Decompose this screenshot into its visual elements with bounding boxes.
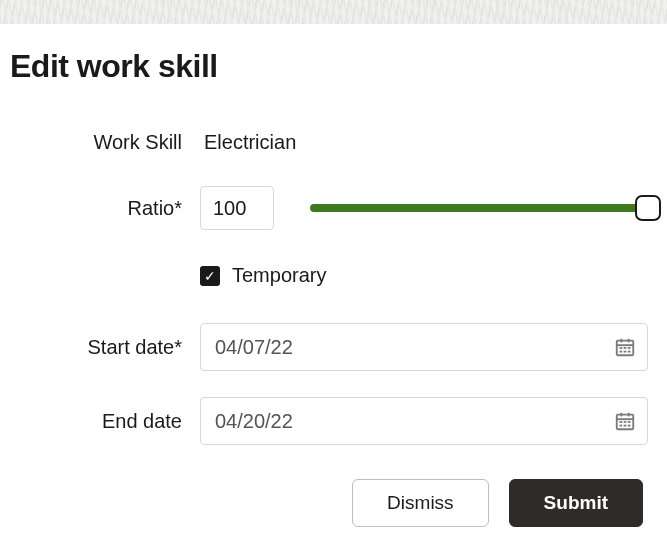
end-date-input[interactable] [200, 397, 648, 445]
svg-rect-5 [624, 347, 627, 349]
row-ratio: Ratio* [10, 186, 657, 230]
calendar-icon[interactable] [614, 336, 636, 358]
row-work-skill: Work Skill Electrician [10, 125, 657, 160]
action-bar: Dismiss Submit [10, 479, 657, 527]
row-end-date: End date [10, 397, 657, 445]
svg-rect-19 [628, 425, 631, 427]
svg-rect-18 [624, 425, 627, 427]
svg-rect-15 [624, 421, 627, 423]
check-icon: ✓ [204, 269, 216, 283]
ratio-label: Ratio* [10, 197, 200, 220]
ratio-slider-track [310, 204, 647, 212]
svg-rect-16 [628, 421, 631, 423]
page-title: Edit work skill [10, 48, 657, 85]
ratio-slider[interactable] [310, 204, 657, 212]
dismiss-button[interactable]: Dismiss [352, 479, 489, 527]
start-date-input[interactable] [200, 323, 648, 371]
svg-rect-17 [620, 425, 623, 427]
ratio-input[interactable] [200, 186, 274, 230]
work-skill-label: Work Skill [10, 131, 200, 154]
work-skill-value: Electrician [200, 125, 300, 160]
start-date-label: Start date* [10, 336, 200, 359]
svg-rect-8 [624, 351, 627, 353]
submit-button[interactable]: Submit [509, 479, 643, 527]
row-temporary: ✓ Temporary [10, 264, 657, 287]
svg-rect-4 [620, 347, 623, 349]
svg-rect-9 [628, 351, 631, 353]
svg-rect-7 [620, 351, 623, 353]
svg-rect-14 [620, 421, 623, 423]
header-texture [0, 0, 667, 24]
temporary-checkbox[interactable]: ✓ [200, 266, 220, 286]
end-date-label: End date [10, 410, 200, 433]
temporary-label: Temporary [232, 264, 326, 287]
ratio-slider-thumb[interactable] [635, 195, 661, 221]
svg-rect-6 [628, 347, 631, 349]
row-start-date: Start date* [10, 323, 657, 371]
calendar-icon[interactable] [614, 410, 636, 432]
